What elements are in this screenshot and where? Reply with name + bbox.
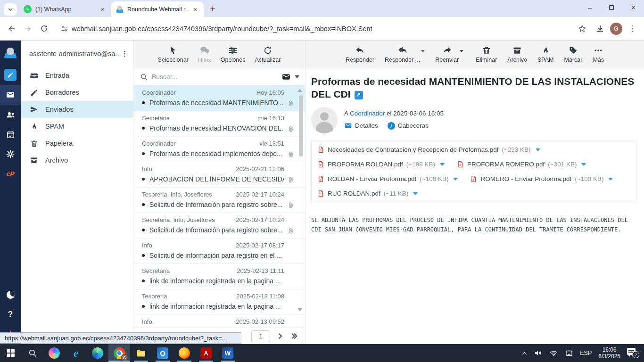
message-row[interactable]: Coordinadorvie 13:51 Proformas de necesi… [133, 137, 305, 162]
headers-toggle[interactable]: i Cabeceras [388, 122, 429, 130]
last-page-button[interactable] [290, 333, 298, 339]
attachment-menu-caret-icon[interactable] [453, 178, 458, 181]
attachment-item[interactable]: ROLDAN - Enviar Proforma.pdf (~106 KB) [317, 175, 458, 183]
settings-nav-button[interactable] [0, 144, 21, 164]
message-row[interactable]: Secretaria, Info, Joseflores2025-02-17 1… [133, 213, 305, 239]
taskbar-clock[interactable]: 16:06 6/3/2025 [598, 346, 620, 360]
scrollbar-down-arrow[interactable] [297, 308, 302, 312]
delete-button[interactable]: Eliminar [476, 46, 497, 63]
reply-all-button[interactable]: Responder ... [385, 45, 420, 63]
internet-explorer-button[interactable]: e [65, 344, 87, 362]
options-button[interactable]: Opciones [221, 46, 246, 63]
folder-enviados[interactable]: Enviados [21, 101, 133, 118]
language-indicator[interactable]: ESP [580, 350, 592, 356]
browser-menu-icon[interactable]: ⋮ [624, 21, 640, 37]
page-input[interactable] [251, 330, 270, 342]
next-page-button[interactable] [277, 333, 283, 339]
minimize-button[interactable]: – [579, 0, 601, 15]
tab-close-icon[interactable]: × [191, 5, 199, 13]
attachment-menu-caret-icon[interactable] [608, 178, 613, 181]
message-row[interactable]: Tesoreria, Info, Joseflores2025-02-17 10… [133, 188, 305, 213]
tray-expand-chevron-icon[interactable] [521, 350, 528, 356]
folder-papelera[interactable]: Papelera [21, 135, 133, 152]
outlook-button[interactable]: O [152, 344, 173, 362]
search-scope-chevron-icon[interactable] [295, 75, 299, 78]
edge-button[interactable] [87, 344, 108, 362]
chrome-button[interactable]: G [108, 344, 130, 362]
dark-mode-button[interactable] [0, 285, 21, 304]
start-button[interactable] [0, 344, 22, 362]
reload-button[interactable] [36, 21, 52, 37]
threads-button[interactable]: Hilos [198, 45, 211, 64]
attachment-item[interactable]: ROMERO - Enviar Proforma.pdf (~103 KB) [470, 175, 613, 183]
account-menu-icon[interactable]: ⋮ [121, 49, 128, 58]
message-row[interactable]: Secretariamié 16:13 Proformas de necesid… [133, 111, 305, 137]
recipient-link[interactable]: Coordinador [350, 110, 385, 117]
attachment-menu-caret-icon[interactable] [581, 163, 586, 166]
new-tab-button[interactable]: + [206, 3, 219, 15]
folder-borradores[interactable]: Borradores [21, 84, 133, 101]
bookmark-star-icon[interactable] [574, 21, 590, 37]
attachment-menu-caret-icon[interactable] [536, 148, 540, 151]
volume-icon[interactable] [534, 349, 543, 357]
word-button[interactable]: W [217, 344, 239, 362]
firefox-button[interactable] [173, 344, 195, 362]
message-row[interactable]: Tesoreria2025-02-13 11:08 link de inform… [133, 289, 305, 315]
downloads-icon[interactable] [592, 21, 608, 37]
mark-button[interactable]: Marcar [564, 46, 583, 63]
tab-search-button[interactable] [4, 3, 17, 16]
reply-button[interactable]: Responder [346, 45, 374, 63]
help-button[interactable]: ? [0, 304, 21, 324]
copilot-button[interactable] [43, 344, 65, 362]
reply-all-caret-icon[interactable] [421, 50, 425, 52]
restore-button[interactable] [601, 0, 622, 15]
folder-archivo[interactable]: Archivo [21, 152, 133, 169]
more-button[interactable]: Más [593, 46, 604, 63]
message-row[interactable]: Info2025-02-21 12:06 APROBACION DEL INFO… [133, 162, 305, 188]
folder-spam[interactable]: SPAM [21, 118, 133, 135]
select-button[interactable]: Seleccionar [158, 46, 189, 63]
tab-whatsapp[interactable]: (1) WhatsApp × [19, 1, 111, 17]
wifi-icon[interactable] [549, 349, 558, 357]
profile-avatar[interactable]: G [610, 23, 622, 35]
archive-button[interactable]: Archivo [507, 46, 527, 63]
message-row[interactable]: Info2025-02-17 08:17 Solicitud de inform… [133, 239, 305, 264]
scrollbar-up-arrow[interactable] [297, 89, 302, 92]
folder-entrada[interactable]: Entrada [21, 67, 133, 84]
tab-roundcube[interactable]: Roundcube Webmail :: Enviados × [111, 1, 204, 17]
attachment-menu-caret-icon[interactable] [440, 163, 445, 166]
forward-caret-icon[interactable] [460, 50, 463, 52]
site-info-icon[interactable] [58, 22, 72, 36]
contacts-nav-button[interactable] [0, 105, 21, 124]
message-row[interactable]: CoordinadorHoy 16:05 Proformas de necesi… [133, 86, 305, 111]
connect-icon[interactable] [565, 349, 573, 357]
attachment-menu-caret-icon[interactable] [413, 192, 418, 195]
spam-button[interactable]: SPAM [537, 46, 554, 63]
message-row[interactable]: Info2025-02-13 09:52 [133, 315, 305, 328]
attachment-item[interactable]: Necesidades de Contratación y Recepción … [317, 146, 540, 154]
attachment-item[interactable]: PROFORMA ROMERO.pdf (~301 KB) [457, 160, 586, 168]
attachment-item[interactable]: PROFORMA ROLDAN.pdf (~199 KB) [317, 160, 445, 168]
details-toggle[interactable]: Detalles [344, 122, 378, 130]
open-in-new-window-icon[interactable]: ↗ [355, 91, 363, 99]
forward-button[interactable] [20, 21, 36, 37]
back-button[interactable] [4, 21, 20, 37]
unread-filter-icon[interactable] [281, 72, 291, 82]
notification-center-button[interactable]: 2 [627, 348, 639, 358]
attachment-item[interactable]: RUC ROLDAN.pdf (~11 KB) [317, 189, 418, 197]
forward-button[interactable]: Reenviar [435, 45, 459, 63]
search-input[interactable] [152, 73, 278, 81]
close-button[interactable]: × [622, 0, 644, 15]
scrollbar-thumb[interactable] [299, 95, 303, 156]
address-bar[interactable]: webmail.sanjuan.gob.ec/cpsess4234740396/… [56, 20, 570, 37]
file-explorer-button[interactable] [130, 344, 152, 362]
mail-nav-button[interactable] [0, 85, 21, 105]
tab-close-icon[interactable]: × [99, 5, 107, 13]
acrobat-button[interactable]: A [195, 344, 217, 362]
compose-button[interactable] [0, 65, 21, 85]
taskbar-search-button[interactable] [22, 344, 43, 362]
refresh-button[interactable]: Actualizar [255, 46, 281, 63]
roundcube-logo[interactable] [0, 45, 21, 65]
cpanel-icon[interactable]: cP [0, 164, 21, 184]
message-row[interactable]: Secretaria2025-02-13 11:11 link de infor… [133, 264, 305, 289]
